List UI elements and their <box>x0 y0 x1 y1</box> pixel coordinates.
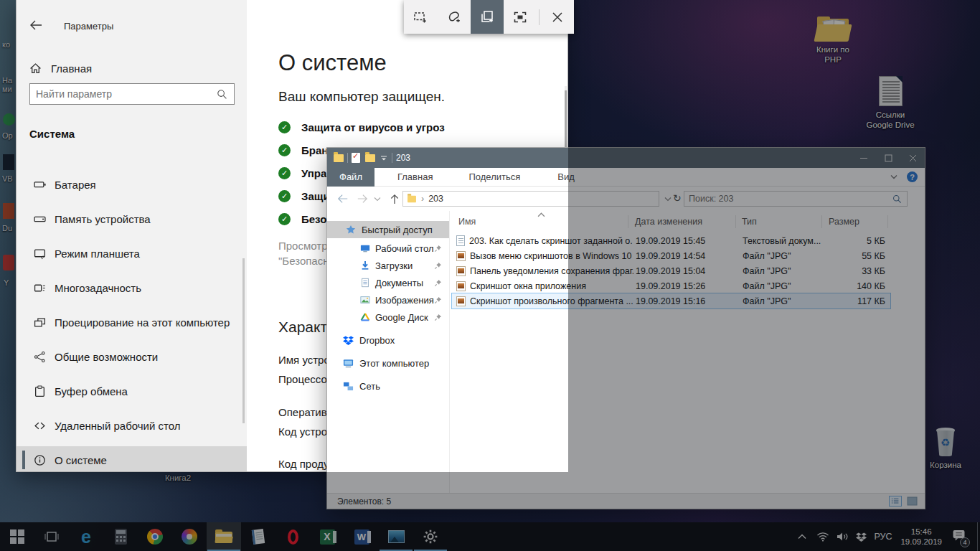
settings-nav-clipboard[interactable]: Буфер обмена <box>17 377 247 405</box>
recent-locations-icon[interactable] <box>374 197 381 202</box>
settings-search-input[interactable] <box>30 88 217 100</box>
taskbar-notepad[interactable] <box>241 522 275 551</box>
wifi-icon[interactable] <box>816 532 829 542</box>
fullscreen-snip-button[interactable] <box>504 0 537 34</box>
nav-dropbox[interactable]: Dropbox <box>327 331 449 349</box>
taskbar-calculator[interactable] <box>103 522 138 551</box>
desktop-icon-recycle-bin[interactable]: ♻ Корзина <box>927 428 964 470</box>
desktop-icon-google-drive-links[interactable]: Ссылки Google Drive <box>859 76 921 130</box>
volume-icon[interactable] <box>837 532 849 542</box>
nav-documents[interactable]: Документы <box>327 274 449 291</box>
tab-share[interactable]: Поделиться <box>458 168 530 187</box>
settings-nav-projecting[interactable]: Проецирование на этот компьютер <box>17 309 247 336</box>
thumbnail-view-icon[interactable] <box>906 496 919 507</box>
minimize-button[interactable] <box>852 148 876 168</box>
properties-qat-icon[interactable]: ✓ <box>352 153 360 163</box>
breadcrumb[interactable]: 203 <box>428 194 443 204</box>
explorer-search-input[interactable] <box>684 194 892 204</box>
column-header-size[interactable]: Размер <box>829 217 859 227</box>
nav-network[interactable]: Сеть <box>327 377 449 395</box>
app-shortcut-icon[interactable] <box>3 113 15 126</box>
details-view-icon[interactable] <box>889 496 902 507</box>
taskbar-opera[interactable] <box>275 522 310 551</box>
freeform-snip-button[interactable] <box>437 0 470 34</box>
sort-ascending-icon[interactable] <box>537 212 545 217</box>
qat-customize-icon[interactable] <box>380 154 388 161</box>
remote-desktop-icon <box>34 420 46 432</box>
column-header-type[interactable]: Тип <box>742 217 757 227</box>
desktop-icon-label[interactable]: Du <box>2 224 12 232</box>
settings-home-item[interactable]: Главная <box>29 57 237 79</box>
settings-nav-remote-desktop[interactable]: Удаленный рабочий стол <box>17 412 247 439</box>
taskbar-edge[interactable]: e <box>69 522 103 551</box>
file-row[interactable]: Скриншот окна приложения 19.09.2019 15:2… <box>452 278 890 293</box>
file-row[interactable]: 203. Как сделать скриншот заданной о... … <box>452 233 890 248</box>
tab-view[interactable]: Вид <box>547 168 585 187</box>
nav-downloads[interactable]: Загрузки <box>327 257 449 274</box>
app-shortcut-icon[interactable] <box>3 154 14 170</box>
dropbox-tray-icon[interactable] <box>856 532 867 542</box>
explorer-title-bar[interactable]: ✓ 203 <box>327 148 925 168</box>
taskbar-excel[interactable]: X <box>310 522 344 551</box>
task-view-button[interactable] <box>34 522 69 551</box>
taskbar-settings[interactable] <box>413 522 448 551</box>
settings-nav-battery[interactable]: Батарея <box>17 171 247 198</box>
address-dropdown-icon[interactable] <box>664 197 672 202</box>
ribbon-expand-icon[interactable] <box>890 174 898 180</box>
file-row[interactable]: Панель уведомления сохранения фраг... 19… <box>452 263 890 278</box>
file-row-selected[interactable]: Скриншот произвольного фрагмента ... 19.… <box>452 293 890 309</box>
address-box[interactable]: › 203 <box>402 191 659 207</box>
search-icon[interactable] <box>217 89 227 100</box>
start-button[interactable] <box>0 522 34 551</box>
desktop-icon-books-php[interactable]: Книги по PHP <box>807 16 859 65</box>
desktop-icon-label[interactable]: ко <box>2 40 10 49</box>
nav-desktop[interactable]: Рабочий стол <box>327 240 449 257</box>
desktop-icon-label[interactable]: Y <box>4 278 9 287</box>
sidebar-scrollbar[interactable] <box>242 258 245 423</box>
taskbar-paint[interactable] <box>172 522 207 551</box>
app-shortcut-icon[interactable] <box>3 255 14 270</box>
back-button[interactable] <box>29 19 44 34</box>
clock[interactable]: 15:46 19.09.2019 <box>900 527 942 547</box>
taskbar-chrome[interactable] <box>138 522 172 551</box>
tab-file[interactable]: Файл <box>327 168 374 187</box>
window-snip-button[interactable] <box>471 0 504 34</box>
settings-window-title: Параметры <box>64 21 113 32</box>
desktop-icon-kniga2[interactable]: Книга2 <box>154 473 202 483</box>
new-folder-qat-icon[interactable] <box>365 154 375 162</box>
column-header-name[interactable]: Имя <box>458 217 476 227</box>
search-icon[interactable] <box>892 194 902 204</box>
show-desktop-button[interactable] <box>977 522 980 551</box>
settings-nav-storage[interactable]: Память устройства <box>17 205 247 232</box>
help-icon[interactable]: ? <box>907 171 918 182</box>
settings-nav-tablet-mode[interactable]: Режим планшета <box>17 240 247 267</box>
settings-nav-shared-experiences[interactable]: Общие возможности <box>17 343 247 370</box>
taskbar-photos[interactable] <box>379 522 413 551</box>
desktop-icon-label[interactable]: На ми <box>2 76 12 93</box>
nav-this-pc[interactable]: Этот компьютер <box>327 354 449 372</box>
column-header-date[interactable]: Дата изменения <box>635 217 702 227</box>
nav-pictures[interactable]: Изображения <box>327 291 449 309</box>
close-snip-button[interactable] <box>541 0 574 34</box>
rectangular-snip-button[interactable] <box>404 0 437 34</box>
desktop-icon-label[interactable]: Op <box>2 131 13 140</box>
settings-nav-multitasking[interactable]: Многозадачность <box>17 274 247 301</box>
nav-google-drive[interactable]: Google Диск <box>327 309 449 326</box>
tab-home[interactable]: Главная <box>387 168 443 187</box>
settings-nav-about[interactable]: О системе <box>17 446 247 472</box>
close-button[interactable] <box>900 148 925 168</box>
language-indicator[interactable]: РУС <box>874 532 892 542</box>
action-center-button[interactable]: 4 <box>952 529 966 545</box>
maximize-button[interactable] <box>876 148 900 168</box>
taskbar-word[interactable]: W <box>344 522 379 551</box>
forward-icon[interactable] <box>357 194 368 204</box>
app-shortcut-icon[interactable] <box>3 203 14 219</box>
file-row[interactable]: Вызов меню скриншотов в Windows 10 19.09… <box>452 248 890 263</box>
taskbar-file-explorer[interactable] <box>207 522 241 551</box>
back-icon[interactable] <box>337 194 349 204</box>
desktop-icon-label[interactable]: VB <box>2 174 13 183</box>
up-icon[interactable] <box>390 194 400 204</box>
tray-expand-icon[interactable] <box>798 534 806 540</box>
nav-quick-access[interactable]: Быстрый доступ <box>327 221 449 238</box>
refresh-icon[interactable]: ↻ <box>673 192 682 204</box>
